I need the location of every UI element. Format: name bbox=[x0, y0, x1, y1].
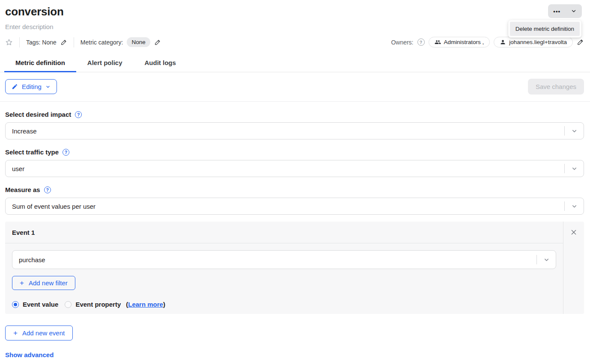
radio-event-property-label: Event property bbox=[75, 301, 121, 308]
tab-alert-policy[interactable]: Alert policy bbox=[76, 55, 134, 72]
chevron-down-icon[interactable] bbox=[565, 203, 584, 210]
pencil-icon bbox=[60, 39, 67, 46]
traffic-select-value: user bbox=[6, 165, 564, 172]
toolbar: Editing Save changes bbox=[0, 72, 590, 102]
impact-help-icon[interactable]: ? bbox=[75, 111, 82, 118]
add-filter-label: Add new filter bbox=[29, 279, 68, 287]
learn-more-link[interactable]: Learn more bbox=[128, 301, 163, 308]
description-input[interactable]: Enter description bbox=[5, 23, 584, 30]
radio-event-property[interactable]: Event property bbox=[65, 301, 121, 308]
pencil-icon bbox=[12, 83, 18, 90]
measure-help-icon[interactable]: ? bbox=[44, 186, 51, 193]
event-name-select[interactable]: purchase bbox=[12, 250, 556, 269]
measure-field-label: Measure as ? bbox=[5, 186, 584, 193]
impact-label-text: Select desired impact bbox=[5, 111, 71, 118]
chevron-down-icon[interactable] bbox=[537, 257, 556, 263]
save-changes-button[interactable]: Save changes bbox=[528, 79, 584, 95]
traffic-select[interactable]: user bbox=[5, 160, 584, 177]
radio-event-value[interactable]: Event value bbox=[12, 301, 58, 308]
plus-icon: + bbox=[20, 279, 24, 287]
learn-more-close-paren: ) bbox=[163, 301, 165, 308]
impact-field-label: Select desired impact ? bbox=[5, 111, 584, 118]
meta-left: Tags: None Metric category: None bbox=[5, 37, 161, 47]
users-icon bbox=[435, 39, 441, 45]
actions-dropdown-button[interactable] bbox=[566, 4, 582, 18]
meta-row: Tags: None Metric category: None Owners:… bbox=[5, 37, 584, 47]
tab-bar: Metric definition Alert policy Audit log… bbox=[0, 55, 590, 72]
owner-chip-label: johannes.liegl+travolta bbox=[509, 39, 567, 45]
page-title: conversion bbox=[5, 5, 584, 18]
owners-help-icon[interactable]: ? bbox=[417, 38, 425, 46]
edit-owners-button[interactable] bbox=[577, 38, 584, 46]
chevron-down-icon bbox=[571, 8, 577, 14]
event-card-side bbox=[563, 222, 584, 314]
header-actions: ••• bbox=[548, 4, 582, 18]
pencil-icon bbox=[577, 38, 584, 46]
measure-label-text: Measure as bbox=[5, 186, 40, 193]
tags-label: Tags: None bbox=[26, 39, 57, 46]
tab-metric-definition[interactable]: Metric definition bbox=[4, 55, 76, 72]
tags-meta: Tags: None bbox=[26, 39, 67, 46]
traffic-help-icon[interactable]: ? bbox=[63, 149, 69, 156]
owners-label: Owners: bbox=[391, 39, 413, 46]
owners-section: Owners: ? Administrators , johannes.lieg… bbox=[391, 37, 584, 47]
event-card-title: Event 1 bbox=[5, 222, 563, 243]
measure-select-value: Sum of event values per user bbox=[6, 203, 564, 210]
traffic-label-text: Select traffic type bbox=[5, 148, 59, 156]
category-badge: None bbox=[127, 37, 150, 47]
pencil-icon bbox=[154, 39, 161, 46]
add-event-button[interactable]: + Add new event bbox=[5, 326, 73, 340]
actions-dropdown-menu: Delete metric definition bbox=[508, 20, 581, 38]
close-icon bbox=[570, 229, 577, 236]
star-icon bbox=[5, 38, 13, 46]
edit-tags-button[interactable] bbox=[60, 39, 67, 46]
traffic-field-label: Select traffic type ? bbox=[5, 148, 584, 156]
radio-unselected-icon bbox=[65, 301, 72, 308]
owner-chip-administrators: Administrators , bbox=[429, 37, 490, 47]
ellipsis-icon: ••• bbox=[553, 9, 560, 14]
edit-category-button[interactable] bbox=[154, 39, 161, 46]
show-advanced-link[interactable]: Show advanced bbox=[5, 351, 54, 358]
divider bbox=[19, 37, 20, 47]
owner-chip-user: johannes.liegl+travolta bbox=[494, 37, 573, 47]
remove-event-button[interactable] bbox=[570, 229, 577, 236]
event-name-value: purchase bbox=[12, 256, 536, 263]
event-card-main: Event 1 purchase + Add new filter bbox=[5, 222, 563, 314]
chevron-down-icon bbox=[45, 84, 51, 89]
category-meta: Metric category: None bbox=[80, 37, 161, 47]
impact-select[interactable]: Increase bbox=[5, 122, 584, 139]
page-header: conversion Enter description Tags: None … bbox=[0, 0, 590, 47]
editing-mode-button[interactable]: Editing bbox=[5, 79, 57, 94]
plus-icon: + bbox=[13, 329, 18, 337]
divider bbox=[74, 37, 74, 47]
more-actions-button[interactable]: ••• bbox=[548, 4, 566, 18]
menu-item-delete-metric[interactable]: Delete metric definition bbox=[510, 22, 580, 36]
learn-more-wrap: (Learn more) bbox=[126, 301, 165, 308]
event-card-body: purchase + Add new filter Event value bbox=[5, 243, 563, 314]
favorite-star-button[interactable] bbox=[5, 38, 13, 46]
radio-event-value-label: Event value bbox=[23, 301, 58, 308]
owner-chip-label: Administrators , bbox=[444, 39, 484, 45]
add-event-label: Add new event bbox=[22, 329, 65, 337]
measure-select[interactable]: Sum of event values per user bbox=[5, 198, 584, 215]
editing-label: Editing bbox=[22, 83, 42, 90]
chevron-down-icon[interactable] bbox=[565, 166, 584, 172]
event-card: Event 1 purchase + Add new filter bbox=[5, 222, 584, 314]
radio-selected-icon bbox=[12, 301, 19, 308]
tab-audit-logs[interactable]: Audit logs bbox=[134, 55, 187, 72]
metric-definition-form: Select desired impact ? Increase Select … bbox=[0, 111, 590, 359]
add-filter-button[interactable]: + Add new filter bbox=[12, 276, 75, 290]
chevron-down-icon[interactable] bbox=[565, 128, 584, 134]
impact-select-value: Increase bbox=[6, 127, 564, 135]
category-label: Metric category: bbox=[80, 39, 123, 46]
measure-source-radio-group: Event value Event property (Learn more) bbox=[12, 301, 556, 308]
user-icon bbox=[500, 39, 506, 45]
